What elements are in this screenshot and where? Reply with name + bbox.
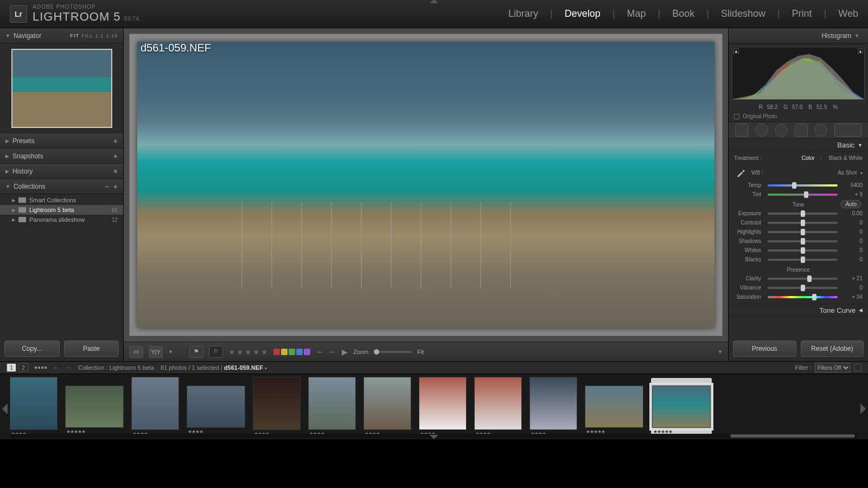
navigator-preview[interactable] <box>0 43 123 133</box>
navigator-panel-header[interactable]: ▼ Navigator FITFILL1:11:16 <box>0 28 123 43</box>
filmstrip-thumbnail[interactable]: ★★★★★ <box>65 379 124 434</box>
nav-back-icon[interactable]: ← <box>53 364 59 371</box>
contrast-value[interactable]: 0 <box>841 220 863 226</box>
auto-tone-button[interactable]: Auto <box>840 200 861 208</box>
filmstrip-thumbnail[interactable]: ★★★★ <box>363 377 411 436</box>
dropdown-icon[interactable]: ▼ <box>168 349 173 355</box>
image-canvas[interactable]: d561-059.NEF <box>129 34 723 336</box>
flag-reject-button[interactable]: ⚐ <box>209 346 223 358</box>
spot-removal-tool[interactable] <box>755 124 768 137</box>
color-label-swatch[interactable] <box>289 349 295 355</box>
filmstrip-thumbnail[interactable]: ★★★★ <box>253 377 301 436</box>
primary-display-button[interactable]: 1 <box>7 363 16 372</box>
crop-tool[interactable] <box>735 124 748 137</box>
shadow-clip-indicator[interactable]: ▲ <box>733 48 739 54</box>
histogram-panel-header[interactable]: Histogram ▼ <box>729 28 868 43</box>
filmstrip-scroll-right-icon[interactable] <box>860 403 866 414</box>
graduated-filter-tool[interactable] <box>795 124 808 137</box>
filmstrip-thumbnail[interactable]: ★★★★ <box>131 377 179 436</box>
nav-forward-icon[interactable]: → <box>66 364 72 371</box>
filmstrip-thumbnail[interactable]: ★★★★ <box>474 377 522 436</box>
zoom-1-16[interactable]: 1:16 <box>106 33 118 38</box>
module-develop[interactable]: Develop <box>565 8 601 20</box>
filmstrip-scroll-left-icon[interactable] <box>2 403 8 414</box>
original-photo-toggle[interactable]: Original Photo <box>729 111 868 121</box>
play-slideshow-button[interactable]: ▶ <box>342 348 348 356</box>
saturation-slider[interactable] <box>768 296 838 298</box>
exposure-value[interactable]: 0.00 <box>841 210 863 216</box>
color-label-swatch[interactable] <box>273 349 280 355</box>
filmstrip-thumbnail[interactable]: ★★★★ <box>308 377 356 436</box>
clarity-slider[interactable] <box>768 278 838 280</box>
highlights-value[interactable]: 0 <box>841 229 863 235</box>
history-panel-header[interactable]: ▶ History × <box>0 164 123 179</box>
temp-slider[interactable] <box>768 184 838 187</box>
zoom-1-1[interactable]: 1:1 <box>95 33 104 38</box>
treatment-bw[interactable]: Black & White <box>829 155 863 161</box>
flag-pick-button[interactable]: ⚑ <box>189 346 203 358</box>
histogram-display[interactable]: ▲ ▲ <box>732 47 865 100</box>
blacks-value[interactable]: 0 <box>841 256 863 262</box>
blacks-slider[interactable] <box>768 259 838 261</box>
color-label-swatch[interactable] <box>281 349 288 355</box>
tint-slider[interactable] <box>768 194 838 196</box>
wb-eyedropper-tool[interactable] <box>734 165 748 179</box>
add-icon[interactable]: − + <box>105 182 118 191</box>
filmstrip-thumbnail[interactable]: ★★★★★ <box>651 378 712 435</box>
grid-view-icon[interactable] <box>35 367 47 369</box>
redeye-tool[interactable] <box>775 124 788 137</box>
highlights-slider[interactable] <box>768 231 838 233</box>
exposure-slider[interactable] <box>768 213 838 215</box>
loupe-view-button[interactable]: ▭ <box>129 346 143 358</box>
shadows-value[interactable]: 0 <box>841 238 863 244</box>
module-web[interactable]: Web <box>838 8 858 20</box>
secondary-display-button[interactable]: 2 <box>18 363 28 372</box>
before-after-button[interactable]: Y|Y <box>149 346 163 358</box>
contrast-slider[interactable] <box>768 222 838 224</box>
toolbar-menu-icon[interactable]: ▼ <box>718 349 723 355</box>
vibrance-value[interactable]: 0 <box>841 285 863 291</box>
zoom-slider[interactable] <box>374 351 412 353</box>
clear-icon[interactable]: × <box>113 167 118 176</box>
tint-value[interactable]: + 9 <box>841 191 863 197</box>
presets-panel-header[interactable]: ▶ Presets + <box>0 133 123 149</box>
color-label-swatch[interactable] <box>296 349 303 355</box>
whites-slider[interactable] <box>768 249 838 252</box>
wb-preset-dropdown[interactable]: As Shot ▾ <box>838 170 863 176</box>
add-icon[interactable]: + <box>113 137 118 145</box>
module-map[interactable]: Map <box>627 8 646 20</box>
module-slideshow[interactable]: Slideshow <box>721 8 765 20</box>
snapshots-panel-header[interactable]: ▶ Snapshots + <box>0 149 123 164</box>
add-icon[interactable]: + <box>113 152 118 160</box>
filter-lock-icon[interactable] <box>854 364 861 371</box>
highlight-clip-indicator[interactable]: ▲ <box>858 48 863 54</box>
saturation-value[interactable]: + 34 <box>841 294 863 300</box>
clarity-value[interactable]: + 21 <box>841 275 863 281</box>
filter-dropdown[interactable]: Filters Off <box>815 363 851 373</box>
whites-value[interactable]: 0 <box>841 247 863 253</box>
reset-button[interactable]: Reset (Adobe) <box>801 341 864 357</box>
prev-photo-button[interactable]: ← <box>316 347 324 357</box>
color-label-swatch[interactable] <box>304 349 310 355</box>
module-book[interactable]: Book <box>672 8 694 20</box>
module-library[interactable]: Library <box>508 8 538 20</box>
adjustment-brush-tool[interactable] <box>834 124 861 137</box>
collapse-top-icon[interactable] <box>430 0 438 3</box>
temp-value[interactable]: 5400 <box>841 182 863 188</box>
paste-settings-button[interactable]: Paste <box>64 341 119 357</box>
shadows-slider[interactable] <box>768 240 838 242</box>
basic-panel-header[interactable]: Basic ▼ <box>729 139 868 152</box>
tonecurve-panel-header[interactable]: Tone Curve ◀ <box>729 304 868 317</box>
zoom-FILL[interactable]: FILL <box>81 33 93 38</box>
collections-panel-header[interactable]: ▼ Collections − + <box>0 179 123 194</box>
zoom-FIT[interactable]: FIT <box>70 33 79 38</box>
filmstrip-thumbnail[interactable]: ★★★★★ <box>585 379 643 434</box>
rating-stars[interactable]: ★★★★★ <box>228 348 268 356</box>
previous-button[interactable]: Previous <box>733 341 796 357</box>
collection-item[interactable]: ▶Panorama slideshow12 <box>0 215 123 224</box>
filmstrip-thumbnail[interactable]: ★★★★ <box>187 379 245 434</box>
collapse-bottom-icon[interactable] <box>430 435 438 439</box>
module-print[interactable]: Print <box>792 8 812 20</box>
radial-filter-tool[interactable] <box>814 124 827 137</box>
filmstrip-thumbnail[interactable]: ★★★★ <box>529 377 577 436</box>
